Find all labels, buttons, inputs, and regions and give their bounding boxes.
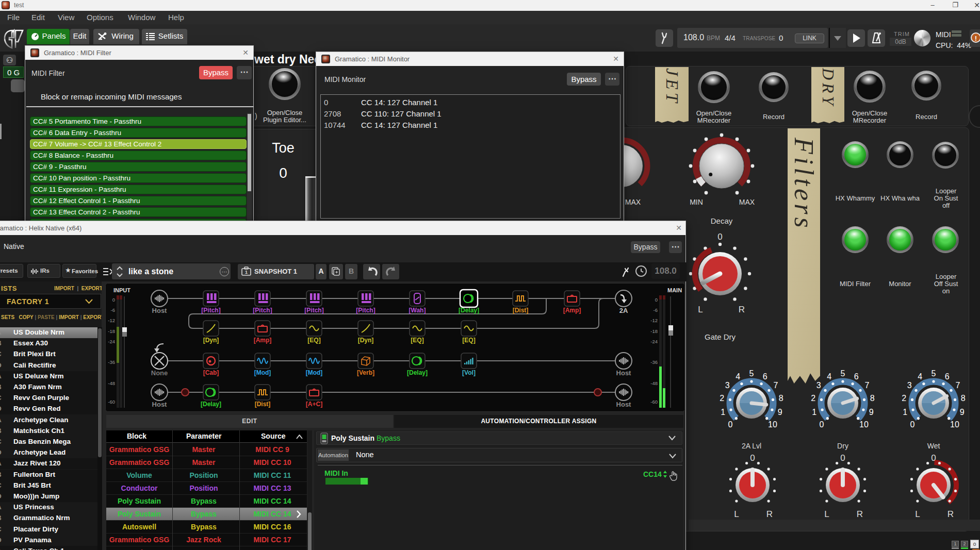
svg-text:[Amp]: [Amp]: [254, 337, 272, 344]
svg-text:[Amp]: [Amp]: [563, 307, 581, 314]
svg-text:1: 1: [812, 408, 816, 416]
svg-text:3: 3: [816, 381, 821, 390]
svg-text:1: 1: [721, 408, 725, 416]
svg-text:10: 10: [859, 420, 869, 429]
svg-text:10: 10: [950, 420, 959, 429]
svg-text:8: 8: [870, 394, 875, 403]
svg-text:-12: -12: [108, 318, 115, 323]
svg-text:4: 4: [918, 372, 922, 381]
svg-text:6: 6: [854, 372, 859, 381]
svg-text:6: 6: [763, 372, 767, 381]
svg-text:Host: Host: [152, 401, 168, 408]
svg-text:Host: Host: [616, 401, 632, 408]
svg-text:6: 6: [945, 372, 950, 381]
svg-text:[Pitch]: [Pitch]: [253, 307, 272, 314]
svg-text:[EQ]: [EQ]: [411, 337, 423, 344]
svg-text:-60: -60: [108, 399, 115, 405]
svg-text:[Mod]: [Mod]: [254, 369, 271, 376]
svg-text:9: 9: [869, 408, 874, 416]
svg-text:1: 1: [903, 408, 907, 416]
svg-text:[Dist]: [Dist]: [255, 401, 271, 408]
svg-text:-18: -18: [108, 328, 115, 334]
svg-text:3: 3: [725, 381, 730, 390]
svg-text:-48: -48: [650, 380, 658, 386]
svg-text:0: 0: [820, 420, 824, 429]
svg-text:2: 2: [902, 394, 906, 403]
svg-text:[Delay]: [Delay]: [459, 307, 479, 314]
svg-text:0: 0: [655, 297, 658, 303]
svg-text:7: 7: [773, 381, 778, 390]
svg-text:Host: Host: [616, 369, 632, 377]
svg-text:[Dyn]: [Dyn]: [203, 337, 219, 344]
svg-text:3: 3: [907, 381, 912, 390]
svg-text:[EQ]: [EQ]: [462, 337, 475, 344]
svg-text:9: 9: [778, 408, 782, 416]
svg-text:INPUT: INPUT: [113, 287, 130, 293]
svg-text:-6: -6: [111, 307, 115, 313]
svg-text:[Dist]: [Dist]: [513, 307, 529, 314]
svg-text:0: 0: [728, 420, 733, 429]
svg-text:[Pitch]: [Pitch]: [304, 307, 323, 314]
svg-text:-18: -18: [650, 328, 658, 334]
svg-text:[Verb]: [Verb]: [357, 369, 374, 376]
svg-text:7: 7: [955, 381, 960, 390]
svg-text:8: 8: [961, 394, 966, 403]
svg-text:1: 1: [245, 270, 248, 275]
svg-text:[Pitch]: [Pitch]: [356, 307, 375, 314]
svg-text:9: 9: [960, 408, 965, 416]
svg-text:7: 7: [864, 381, 869, 390]
svg-text:4: 4: [827, 372, 831, 381]
svg-text:Host: Host: [152, 307, 168, 314]
svg-text:[Vol]: [Vol]: [462, 369, 476, 376]
svg-text:-36: -36: [108, 359, 115, 365]
svg-text:2: 2: [811, 394, 815, 403]
svg-text:[Delay]: [Delay]: [407, 369, 428, 376]
svg-text:MAIN: MAIN: [667, 287, 682, 293]
svg-text:[EQ]: [EQ]: [307, 337, 320, 344]
svg-text:None: None: [151, 369, 168, 377]
svg-text:-24: -24: [108, 339, 115, 344]
svg-text:10: 10: [768, 420, 777, 429]
svg-text:-36: -36: [650, 359, 658, 365]
svg-text:[A+C]: [A+C]: [306, 401, 322, 408]
svg-text:-6: -6: [654, 307, 658, 313]
svg-text:0: 0: [910, 420, 915, 429]
svg-text:2A: 2A: [619, 307, 628, 314]
svg-text:5: 5: [932, 369, 936, 378]
svg-text:[Cab]: [Cab]: [203, 369, 219, 376]
svg-text:2: 2: [720, 394, 724, 403]
svg-text:4: 4: [736, 372, 740, 381]
svg-text:5: 5: [841, 369, 845, 378]
svg-text:[Pitch]: [Pitch]: [201, 307, 220, 314]
svg-text:-24: -24: [650, 339, 658, 344]
svg-text:5: 5: [749, 369, 754, 378]
svg-text:-48: -48: [108, 380, 115, 386]
svg-text:[Delay]: [Delay]: [201, 401, 221, 408]
svg-text:[Mod]: [Mod]: [306, 369, 323, 376]
svg-text:8: 8: [779, 394, 783, 403]
svg-text:[Dyn]: [Dyn]: [358, 337, 374, 344]
svg-text:-60: -60: [650, 399, 658, 405]
svg-text:[Wah]: [Wah]: [409, 307, 426, 314]
svg-text:-12: -12: [650, 318, 658, 323]
svg-text:0: 0: [112, 297, 115, 303]
